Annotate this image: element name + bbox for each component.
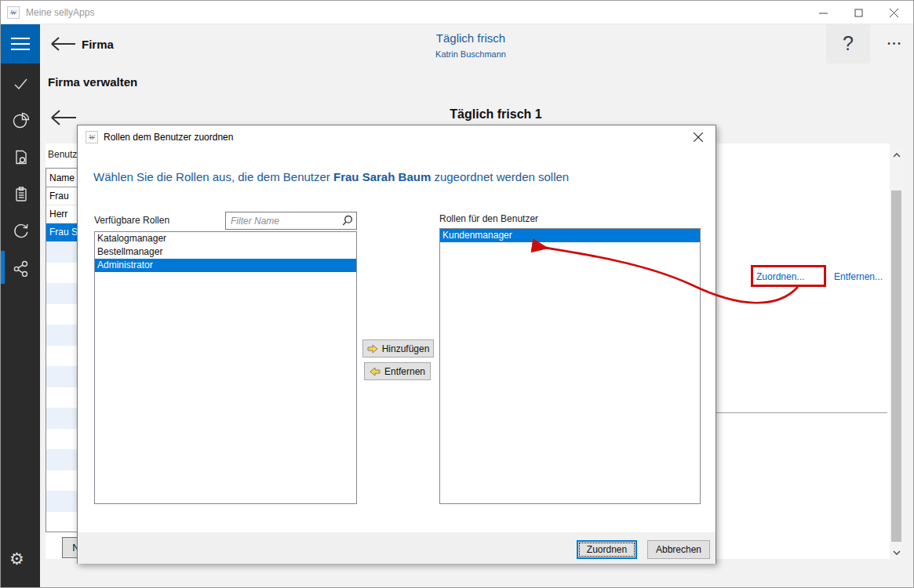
settings-gear-icon[interactable]: ⚙	[9, 550, 24, 568]
app-logo-icon: W	[86, 131, 98, 143]
remove-role-button[interactable]: Entfernen	[364, 362, 431, 380]
users-table-empty-rows	[46, 241, 78, 532]
table-row-empty	[46, 512, 78, 533]
available-roles-label: Verfügbare Rollen	[94, 215, 169, 226]
check-icon	[12, 74, 29, 92]
filter-field	[225, 212, 357, 230]
app-logo-icon: W	[7, 6, 20, 19]
add-role-label: Hinzufügen	[382, 343, 430, 354]
table-header-name[interactable]: Name	[46, 169, 78, 187]
heading-prefix: Wählen Sie die Rollen aus, die dem Benut…	[93, 170, 333, 183]
arrow-left-icon	[370, 367, 381, 376]
sidebar-item-tasks[interactable]	[12, 74, 29, 92]
table-row-empty	[46, 387, 78, 408]
role-item[interactable]: Katalogmanager	[95, 232, 356, 245]
minimize-button[interactable]	[806, 1, 841, 24]
page-title: Firma	[82, 38, 114, 51]
sidebar: ⚙	[1, 64, 40, 588]
maximize-icon	[854, 9, 863, 17]
active-item-indicator	[1, 251, 5, 284]
more-options-button[interactable]: •••	[878, 24, 912, 64]
table-row-empty	[46, 241, 78, 263]
table-row-empty	[46, 449, 78, 470]
role-item[interactable]: Administrator	[95, 259, 356, 272]
back-arrow-icon	[49, 36, 78, 52]
hamburger-icon	[11, 49, 30, 50]
back-button[interactable]	[49, 36, 78, 55]
sidebar-item-reports[interactable]	[12, 111, 29, 129]
dialog-title: Rollen dem Benutzer zuordnen	[104, 125, 233, 149]
available-roles-listbox[interactable]: KatalogmanagerBestellmanagerAdministrato…	[94, 231, 357, 504]
close-button[interactable]	[876, 1, 912, 24]
table-row-empty	[46, 470, 78, 492]
table-row-empty	[46, 366, 78, 387]
sidebar-item-sync[interactable]	[12, 222, 29, 239]
users-table: Name FrauHerrFrau S	[46, 168, 78, 532]
table-row-empty	[46, 491, 78, 512]
heading-user-name: Frau Sarah Baum	[333, 170, 431, 183]
table-row-empty	[46, 429, 78, 450]
back-arrow-icon	[49, 109, 78, 126]
table-row-empty	[46, 263, 78, 284]
role-item[interactable]: Bestellmanager	[95, 245, 356, 259]
scroll-up-button[interactable]	[890, 148, 903, 162]
table-row-empty	[46, 325, 78, 346]
role-item[interactable]: Kundenmanager	[440, 229, 700, 242]
table-row[interactable]: Herr	[46, 205, 78, 223]
user-name: Katrin Buschmann	[435, 49, 506, 59]
hamburger-menu-button[interactable]	[1, 24, 40, 64]
assign-confirm-button[interactable]: Zuordnen	[577, 540, 637, 559]
heading-suffix: zugeordnet werden sollen	[431, 170, 569, 183]
assigned-roles-label: Rollen für den Benutzer	[439, 213, 538, 224]
add-role-button[interactable]: Hinzufügen	[362, 339, 434, 358]
clipboard-icon	[12, 185, 29, 202]
hamburger-icon	[11, 43, 30, 45]
chevron-down-icon	[893, 550, 901, 555]
assign-roles-link[interactable]: Zuordnen...	[756, 271, 804, 282]
dialog-close-button[interactable]	[687, 128, 709, 147]
arrow-right-icon	[367, 344, 378, 354]
window-title: Meine sellyApps	[26, 1, 94, 24]
section-heading: Firma verwalten	[48, 75, 137, 89]
table-row[interactable]: Frau S	[46, 223, 78, 241]
table-row-empty	[46, 304, 78, 325]
sidebar-item-roles[interactable]	[12, 260, 29, 277]
users-table-rows: FrauHerrFrau S	[46, 187, 78, 241]
hamburger-icon	[11, 38, 30, 39]
minimize-icon	[819, 9, 828, 17]
filter-input[interactable]	[226, 212, 334, 229]
search-icon[interactable]	[341, 215, 353, 227]
remove-role-label: Entfernen	[384, 366, 425, 377]
sync-icon	[12, 222, 29, 239]
users-section-label: Benutz	[48, 149, 77, 160]
company-name: Täglich frisch	[436, 31, 505, 45]
table-row-empty	[46, 283, 78, 304]
subpage-title: Täglich frisch 1	[450, 107, 541, 122]
dialog-heading: Wählen Sie die Rollen aus, die dem Benut…	[93, 170, 569, 183]
sidebar-item-catalog[interactable]	[12, 148, 29, 165]
window-titlebar: W Meine sellyApps	[1, 1, 914, 24]
remove-roles-link[interactable]: Entfernen...	[834, 271, 883, 282]
chevron-up-icon	[893, 153, 901, 158]
share-icon	[12, 260, 29, 277]
dialog-footer: Zuordnen Abbrechen	[78, 532, 716, 564]
assigned-roles-listbox[interactable]: Kundenmanager	[439, 228, 701, 504]
pie-chart-icon	[12, 111, 29, 129]
dialog-titlebar: W Rollen dem Benutzer zuordnen	[78, 125, 716, 149]
table-row-empty	[46, 346, 78, 367]
close-icon	[694, 132, 703, 142]
cancel-button[interactable]: Abbrechen	[647, 540, 710, 559]
maximize-button[interactable]	[841, 1, 876, 24]
table-row[interactable]: Frau	[46, 187, 78, 205]
sidebar-item-orders[interactable]	[12, 185, 29, 202]
catalog-search-icon	[12, 148, 29, 165]
scroll-down-button[interactable]	[890, 546, 903, 559]
vertical-scrollbar[interactable]	[890, 148, 903, 559]
help-button[interactable]: ?	[826, 24, 870, 64]
close-icon	[890, 9, 898, 17]
subpage-back-button[interactable]	[49, 109, 78, 129]
scrollbar-thumb[interactable]	[891, 191, 901, 542]
table-row-empty	[46, 408, 78, 429]
assign-roles-dialog: W Rollen dem Benutzer zuordnen Wählen Si…	[77, 125, 716, 564]
